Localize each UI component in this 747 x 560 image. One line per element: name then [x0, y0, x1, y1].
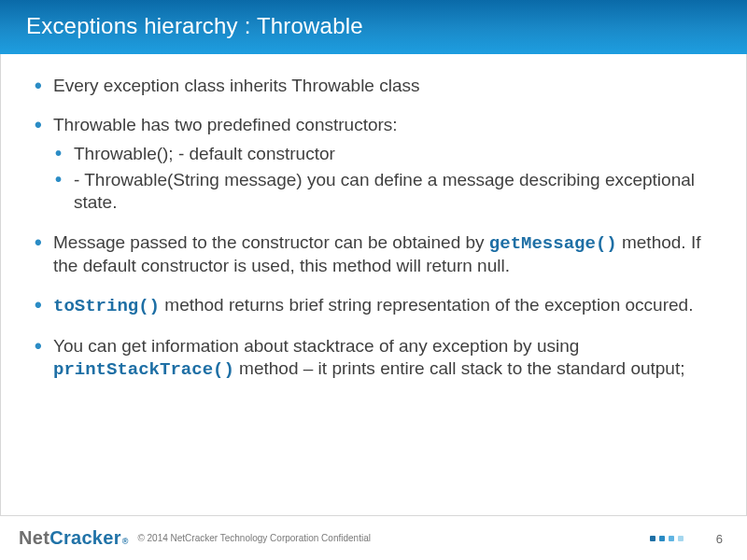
- bullet-text: You can get information about stacktrace…: [53, 336, 579, 356]
- bullet-text: Throwable has two predefined constructor…: [53, 115, 398, 134]
- bullet-text: Message passed to the constructor can be…: [53, 232, 489, 252]
- bullet-text: - Throwable(String message) you can defi…: [74, 170, 695, 212]
- bullet-item: Every exception class inherits Throwable…: [33, 75, 714, 97]
- footer: NetCracker® © 2014 NetCracker Technology…: [0, 515, 747, 560]
- slide-content: Every exception class inherits Throwable…: [0, 54, 747, 515]
- bullet-item: You can get information about stacktrace…: [33, 335, 714, 382]
- bullet-text: Every exception class inherits Throwable…: [53, 76, 420, 95]
- bullet-item: toString() method returns brief string r…: [33, 294, 714, 317]
- code-printstacktrace: printStackTrace(): [53, 359, 234, 380]
- logo-net: Net: [19, 527, 49, 549]
- bullet-text: method returns brief string representati…: [160, 295, 693, 315]
- sub-bullet-item: - Throwable(String message) you can defi…: [53, 169, 714, 215]
- logo-cracker: Cracker: [49, 527, 121, 549]
- copyright: © 2014 NetCracker Technology Corporation…: [137, 533, 371, 543]
- slide-title: Exceptions hierarchy : Throwable: [0, 0, 747, 54]
- code-getmessage: getMessage(): [489, 233, 617, 254]
- code-tostring: toString(): [53, 296, 160, 316]
- bullet-item: Message passed to the constructor can be…: [33, 231, 714, 278]
- brand-dots-icon: [650, 536, 684, 541]
- logo: NetCracker®: [19, 527, 128, 549]
- page-number: 6: [716, 531, 723, 545]
- logo-registered: ®: [122, 537, 129, 546]
- bullet-text: method – it prints entire call stack to …: [234, 358, 685, 378]
- bullet-text: Throwable(); - default constructor: [74, 144, 335, 163]
- slide: Exceptions hierarchy : Throwable Every e…: [0, 0, 747, 560]
- bullet-item: Throwable has two predefined constructor…: [33, 114, 714, 214]
- sub-bullet-item: Throwable(); - default constructor: [53, 143, 714, 165]
